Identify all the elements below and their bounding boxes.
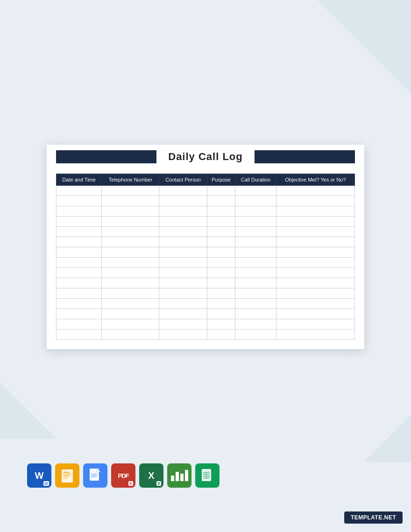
table-cell xyxy=(102,227,159,237)
table-row xyxy=(57,299,355,309)
table-cell xyxy=(102,247,159,258)
table-cell xyxy=(235,217,276,227)
table-cell xyxy=(207,329,235,340)
table-cell xyxy=(276,299,354,309)
template-net-badge: TEMPLATE.NET xyxy=(344,511,403,524)
table-cell xyxy=(159,299,207,309)
docs-icon-svg xyxy=(89,468,102,483)
icon-google-docs[interactable] xyxy=(83,463,107,488)
table-cell xyxy=(207,206,235,217)
table-row xyxy=(57,258,355,268)
table-cell xyxy=(235,237,276,247)
table-cell xyxy=(207,288,235,299)
table-cell xyxy=(207,268,235,278)
table-cell xyxy=(159,217,207,227)
table-cell xyxy=(235,227,276,237)
col-date-time: Date and Time xyxy=(57,174,102,186)
table-cell xyxy=(57,268,102,278)
table-cell xyxy=(207,227,235,237)
table-cell xyxy=(235,319,276,329)
table-row xyxy=(57,227,355,237)
table-cell xyxy=(159,288,207,299)
table-cell xyxy=(207,309,235,319)
icon-microsoft-excel[interactable]: X X xyxy=(139,463,163,488)
table-cell xyxy=(159,258,207,268)
table-cell xyxy=(276,319,354,329)
svg-rect-7 xyxy=(91,474,97,475)
numbers-chart xyxy=(167,466,192,485)
word-sub: W xyxy=(43,481,50,486)
table-cell xyxy=(207,217,235,227)
excel-sub: X xyxy=(156,481,161,486)
pdf-sub: A xyxy=(128,481,134,486)
table-cell xyxy=(207,196,235,206)
table-cell xyxy=(57,278,102,288)
document-header: Daily Call Log xyxy=(47,145,364,169)
bar-1 xyxy=(171,476,174,481)
table-cell xyxy=(276,258,354,268)
excel-letter: X xyxy=(148,471,154,480)
bg-decoration-bottom-left xyxy=(0,383,56,439)
sheets-icon-svg xyxy=(201,468,214,483)
svg-rect-4 xyxy=(63,476,69,477)
icon-apple-pages[interactable] xyxy=(55,463,79,488)
table-cell xyxy=(235,299,276,309)
table-cell xyxy=(57,186,102,196)
table-cell xyxy=(57,258,102,268)
table-cell xyxy=(102,299,159,309)
icon-google-sheets[interactable] xyxy=(195,463,220,488)
icon-microsoft-word[interactable]: W W xyxy=(27,463,51,488)
svg-rect-5 xyxy=(63,478,68,479)
table-cell xyxy=(57,237,102,247)
table-cell xyxy=(102,206,159,217)
table-cell xyxy=(102,258,159,268)
word-letter: W xyxy=(35,471,44,480)
table-row xyxy=(57,319,355,329)
table-cell xyxy=(276,288,354,299)
bg-decoration-bottom-right xyxy=(364,415,411,462)
table-cell xyxy=(235,247,276,258)
table-cell xyxy=(102,196,159,206)
table-cell xyxy=(57,196,102,206)
table-cell xyxy=(276,227,354,237)
table-cell xyxy=(207,247,235,258)
table-cell xyxy=(276,186,354,196)
table-cell xyxy=(57,319,102,329)
svg-rect-8 xyxy=(91,475,98,476)
table-cell xyxy=(102,309,159,319)
table-cell xyxy=(207,186,235,196)
bg-decoration-top-right xyxy=(318,0,411,93)
table-cell xyxy=(159,309,207,319)
document-container: Daily Call Log Date and Time Telephone N… xyxy=(47,145,364,349)
bar-3 xyxy=(180,474,184,481)
format-icons-bar: W W PDF A X X xyxy=(27,463,220,488)
table-cell xyxy=(159,227,207,237)
table-cell xyxy=(102,186,159,196)
bar-4 xyxy=(185,470,188,481)
pages-icon-svg xyxy=(60,468,75,483)
icon-apple-numbers[interactable] xyxy=(167,463,191,488)
table-header-row: Date and Time Telephone Number Contact P… xyxy=(57,174,355,186)
table-cell xyxy=(57,247,102,258)
header-bar-right xyxy=(255,150,355,163)
icon-adobe-pdf[interactable]: PDF A xyxy=(111,463,135,488)
header-bar-left xyxy=(56,150,156,163)
table-row xyxy=(57,186,355,196)
table-row xyxy=(57,268,355,278)
table-cell xyxy=(276,247,354,258)
table-cell xyxy=(57,288,102,299)
table-cell xyxy=(102,217,159,227)
table-row xyxy=(57,196,355,206)
col-objective: Objective Met? Yes or No? xyxy=(276,174,354,186)
table-cell xyxy=(235,186,276,196)
table-cell xyxy=(57,309,102,319)
table-cell xyxy=(235,288,276,299)
table-cell xyxy=(159,268,207,278)
svg-rect-3 xyxy=(63,475,71,476)
table-cell xyxy=(102,288,159,299)
table-cell xyxy=(207,319,235,329)
table-cell xyxy=(57,299,102,309)
table-cell xyxy=(276,278,354,288)
col-duration: Call Duration xyxy=(235,174,276,186)
table-cell xyxy=(235,329,276,340)
